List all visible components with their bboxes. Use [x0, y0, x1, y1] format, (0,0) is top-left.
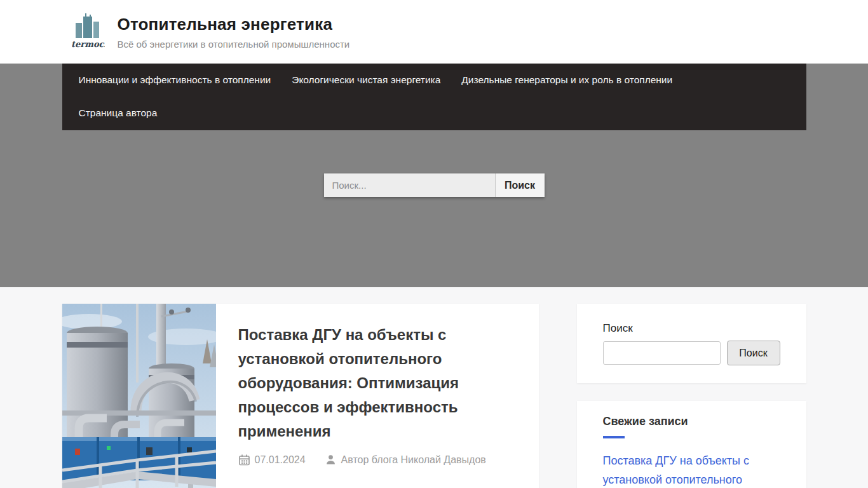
main-nav: Инновации и эффективность в отоплении Эк…: [62, 64, 806, 130]
hero-search-form: Поиск: [324, 173, 545, 197]
post-thumbnail[interactable]: [62, 304, 216, 488]
nav-item-clean-energy[interactable]: Экологически чистая энергетика: [292, 64, 440, 97]
recent-posts-widget: Свежие записи Поставка ДГУ на объекты с …: [577, 401, 806, 488]
site-header: termocity Отопительная энергетика Всё об…: [0, 0, 868, 64]
nav-item-innovations[interactable]: Инновации и эффективность в отоплении: [79, 64, 271, 97]
sidebar: Поиск Поиск Свежие записи Поставка ДГУ н…: [577, 304, 806, 488]
logo-wordmark: termocity: [71, 39, 105, 49]
recent-posts-heading: Свежие записи: [603, 415, 780, 428]
post-date-text: 07.01.2024: [255, 454, 306, 466]
site-tagline: Всё об энергетики в отопительной промышл…: [118, 39, 350, 50]
post-date[interactable]: 07.01.2024: [238, 454, 306, 466]
buildings-icon: termocity: [71, 11, 105, 50]
calendar-icon: [238, 454, 250, 466]
sidebar-search-input[interactable]: [603, 341, 721, 365]
sidebar-search-widget: Поиск Поиск: [577, 304, 806, 383]
post-card: Поставка ДГУ на объекты с установкой ото…: [62, 304, 539, 488]
hero-search-input[interactable]: [324, 173, 496, 197]
hero-banner: Инновации и эффективность в отоплении Эк…: [0, 64, 868, 287]
industrial-heating-plant-photo: [62, 304, 216, 488]
nav-item-author-page[interactable]: Страница автора: [79, 97, 158, 130]
nav-item-diesel-generators[interactable]: Дизельные генераторы и их роль в отоплен…: [461, 64, 672, 97]
site-logo[interactable]: termocity: [71, 11, 105, 52]
recent-post-link[interactable]: Поставка ДГУ на объекты с установкой ото…: [603, 451, 780, 488]
site-title[interactable]: Отопительная энергетика: [118, 15, 350, 34]
post-meta: 07.01.2024 Автор блога Николай Давыдов: [238, 454, 516, 466]
heading-accent-bar: [603, 436, 625, 438]
hero-search-button[interactable]: Поиск: [496, 173, 545, 197]
sidebar-search-button[interactable]: Поиск: [727, 341, 780, 365]
post-author[interactable]: Автор блога Николай Давыдов: [325, 454, 486, 466]
sidebar-search-label: Поиск: [603, 322, 780, 335]
user-icon: [325, 454, 337, 466]
post-author-text: Автор блога Николай Давыдов: [341, 454, 486, 466]
post-title[interactable]: Поставка ДГУ на объекты с установкой ото…: [238, 323, 516, 444]
